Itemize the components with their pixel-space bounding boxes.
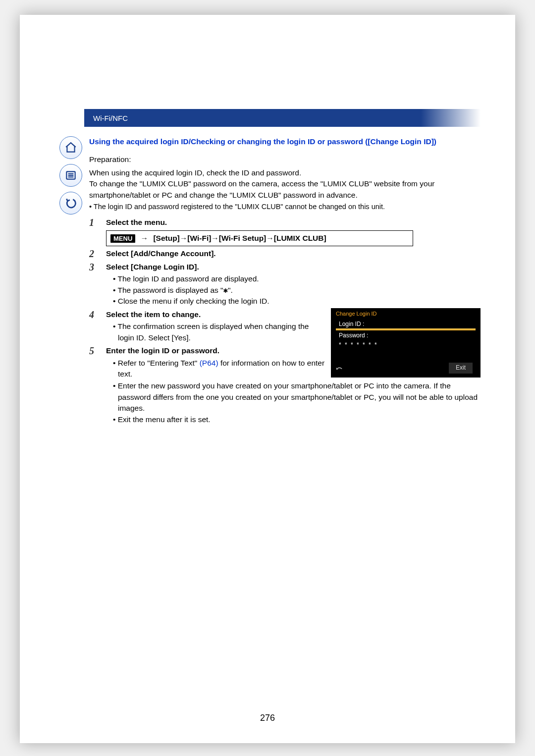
sub-bullets: Enter the new password you have created …: [106, 380, 481, 425]
step-label: Enter the login ID or password.: [106, 345, 325, 356]
thumb-exit-button: Exit: [449, 363, 473, 373]
step-5-cont: Enter the new password you have created …: [89, 379, 481, 425]
step-label: Select the menu.: [106, 217, 481, 228]
home-icon[interactable]: [59, 136, 82, 159]
bullet: The password is displayed as "✱".: [113, 285, 481, 296]
toc-icon[interactable]: [59, 164, 82, 187]
step-label: Select [Add/Change Account].: [106, 248, 481, 259]
steps-list: 1 Select the menu. MENU → [Setup]→[Wi-Fi…: [89, 217, 481, 425]
step-number: 5: [89, 345, 99, 379]
page-title: Using the acquired login ID/Checking or …: [89, 136, 481, 147]
step-number: 2: [89, 248, 99, 259]
bullet: Refer to "Entering Text" (P64) for infor…: [113, 358, 325, 380]
bullet: The confirmation screen is displayed whe…: [113, 321, 325, 343]
step-number: 1: [89, 217, 99, 246]
step-number: 3: [89, 262, 99, 307]
step-number: 4: [89, 309, 99, 343]
thumb-login-label: Login ID :: [331, 319, 481, 328]
manual-page: Wi-Fi/NFC Using the acquired login ID/Ch…: [20, 15, 515, 743]
bullet: Enter the new password you have created …: [113, 380, 481, 414]
sub-bullets: Refer to "Entering Text" (P64) for infor…: [106, 358, 325, 380]
star-icon: ✱: [223, 286, 228, 295]
back-icon[interactable]: [59, 192, 82, 215]
page-link[interactable]: (P64): [200, 359, 218, 367]
bullet: The login ID and password are displayed.: [113, 273, 481, 284]
section-header: Wi-Fi/NFC: [84, 109, 481, 127]
step-2: 2 Select [Add/Change Account].: [89, 248, 481, 259]
preparation-note: • The login ID and password registered t…: [89, 202, 481, 212]
content-area: Using the acquired login ID/Checking or …: [89, 136, 481, 425]
preparation-line2: To change the "LUMIX CLUB" password on t…: [89, 178, 481, 201]
sub-bullets: The confirmation screen is displayed whe…: [106, 321, 325, 343]
menu-path: [Setup]→[Wi-Fi]→[Wi-Fi Setup]→[LUMIX CLU…: [153, 234, 326, 242]
bullet: Close the menu if only checking the logi…: [113, 296, 481, 307]
thumb-password-value: * * * * * * *: [331, 340, 481, 349]
step-4: 4 Select the item to change. The confirm…: [89, 309, 325, 343]
bullet: Exit the menu after it is set.: [113, 414, 481, 425]
arrow-icon: →: [141, 234, 149, 242]
step-3: 3 Select [Change Login ID]. The login ID…: [89, 262, 481, 307]
menu-path-box: MENU → [Setup]→[Wi-Fi]→[Wi-Fi Setup]→[LU…: [106, 230, 413, 246]
step-label: Select the item to change.: [106, 309, 325, 320]
step-label: Select [Change Login ID].: [106, 262, 481, 272]
step-number-spacer: [89, 379, 99, 425]
step-5: 5 Enter the login ID or password. Refer …: [89, 345, 325, 379]
section-label: Wi-Fi/NFC: [93, 114, 128, 122]
thumb-title: Change Login ID: [331, 308, 481, 319]
preparation-label: Preparation:: [89, 154, 481, 165]
page-number: 276: [20, 713, 515, 723]
ui-screenshot-thumb: Change Login ID Login ID : Password : * …: [331, 308, 481, 378]
step-1: 1 Select the menu. MENU → [Setup]→[Wi-Fi…: [89, 217, 481, 246]
preparation-line1: When using the acquired login ID, check …: [89, 167, 481, 178]
sub-bullets: The login ID and password are displayed.…: [106, 273, 481, 307]
thumb-password-label: Password :: [331, 330, 481, 340]
side-nav: [59, 136, 82, 215]
menu-badge: MENU: [110, 234, 135, 243]
thumb-back-icon: ⤺: [336, 363, 342, 374]
